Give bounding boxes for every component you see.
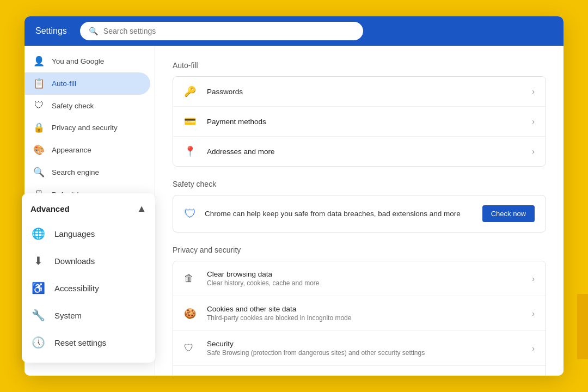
reset-icon: 🕔 xyxy=(32,336,45,349)
safety-text: Chrome can help keep you safe from data … xyxy=(205,210,474,218)
header-title: Settings xyxy=(35,26,67,36)
privacy-card: 🗑 Clear browsing data Clear history, coo… xyxy=(173,261,546,376)
advanced-item-languages[interactable]: 🌐 Languages xyxy=(22,220,155,247)
site-settings-title: Site settings xyxy=(207,375,532,376)
header: Settings 🔍 xyxy=(24,16,564,46)
payment-methods-label: Payment methods xyxy=(207,118,532,126)
credit-card-icon: 💳 xyxy=(184,115,199,127)
security-sub: Safe Browsing (protection from dangerous… xyxy=(207,349,532,357)
download-icon: ⬇ xyxy=(32,254,45,267)
accessibility-icon: ♿ xyxy=(32,281,45,295)
cookies-row[interactable]: 🍪 Cookies and other site data Third-part… xyxy=(173,296,546,331)
search-icon: 🔍 xyxy=(89,27,98,35)
autofill-section-title: Auto-fill xyxy=(173,61,546,70)
chevron-right-icon: › xyxy=(532,117,535,126)
lock-icon: 🔒 xyxy=(33,122,44,133)
advanced-item-reset[interactable]: 🕔 Reset settings xyxy=(22,329,155,356)
passwords-label: Passwords xyxy=(207,88,532,96)
sidebar-label-privacy-security: Privacy and security xyxy=(52,124,118,132)
sidebar-label-search-engine: Search engine xyxy=(52,168,99,176)
wrench-icon: 🔧 xyxy=(32,309,45,322)
advanced-item-downloads[interactable]: ⬇ Downloads xyxy=(22,247,155,274)
cookies-sub: Third-party cookies are blocked in Incog… xyxy=(207,314,532,322)
advanced-label-languages: Languages xyxy=(54,229,95,238)
person-icon: 👤 xyxy=(33,56,44,67)
sidebar-label-you-and-google: You and Google xyxy=(52,57,104,65)
advanced-header[interactable]: Advanced ▲ xyxy=(22,200,155,220)
clear-browsing-row[interactable]: 🗑 Clear browsing data Clear history, coo… xyxy=(173,261,546,296)
chevron-up-icon: ▲ xyxy=(137,203,146,215)
advanced-label-reset: Reset settings xyxy=(54,338,106,347)
clear-browsing-sub: Clear history, cookies, cache and more xyxy=(207,279,532,287)
bg-accent-right xyxy=(577,294,588,359)
sidebar-label-appearance: Appearance xyxy=(52,146,91,154)
key-icon: 🔑 xyxy=(184,85,199,97)
check-now-button[interactable]: Check now xyxy=(482,205,535,222)
sidebar-item-safety-check[interactable]: 🛡 Safety check xyxy=(24,95,150,117)
shield-icon: 🛡 xyxy=(33,100,44,111)
sidebar-item-search-engine[interactable]: 🔍 Search engine xyxy=(24,161,150,183)
cookies-icon: 🍪 xyxy=(184,308,199,320)
palette-icon: 🎨 xyxy=(33,144,44,156)
site-settings-row[interactable]: ⚙ Site settings Controls what informatio… xyxy=(173,366,546,376)
sidebar-item-you-and-google[interactable]: 👤 You and Google xyxy=(24,50,150,72)
sidebar-label-safety-check: Safety check xyxy=(52,102,94,110)
chevron-right-icon: › xyxy=(532,147,535,156)
globe-icon: 🌐 xyxy=(32,227,45,240)
advanced-label-system: System xyxy=(54,311,82,320)
sidebar-item-appearance[interactable]: 🎨 Appearance xyxy=(24,139,150,161)
safety-section-title: Safety check xyxy=(173,180,546,188)
passwords-row[interactable]: 🔑 Passwords › xyxy=(173,77,546,107)
safety-shield-icon: 🛡 xyxy=(184,207,196,221)
advanced-item-accessibility[interactable]: ♿ Accessibility xyxy=(22,274,155,302)
advanced-label-downloads: Downloads xyxy=(54,256,95,266)
pin-icon: 📍 xyxy=(184,145,199,157)
sidebar-label-auto-fill: Auto-fill xyxy=(52,79,76,88)
advanced-label: Advanced xyxy=(30,204,70,213)
security-row[interactable]: 🛡 Security Safe Browsing (protection fro… xyxy=(173,331,546,366)
autofill-card: 🔑 Passwords › 💳 Payment methods › 📍 xyxy=(173,76,546,167)
trash-icon: 🗑 xyxy=(184,273,199,284)
main-content: Auto-fill 🔑 Passwords › 💳 Payment method… xyxy=(155,46,564,376)
addresses-label: Addresses and more xyxy=(207,148,532,156)
advanced-section: Advanced ▲ 🌐 Languages ⬇ Downloads ♿ Acc… xyxy=(22,193,155,363)
security-title: Security xyxy=(207,340,532,348)
magnify-icon: 🔍 xyxy=(33,167,44,178)
chevron-right-icon: › xyxy=(532,87,535,96)
sidebar-item-privacy-security[interactable]: 🔒 Privacy and security xyxy=(24,117,150,139)
search-input[interactable] xyxy=(103,27,354,35)
advanced-label-accessibility: Accessibility xyxy=(54,284,99,293)
privacy-section-title: Privacy and security xyxy=(173,246,546,254)
autofill-icon: 📋 xyxy=(33,78,44,89)
advanced-item-system[interactable]: 🔧 System xyxy=(22,302,155,329)
clear-browsing-title: Clear browsing data xyxy=(207,270,532,278)
chevron-right-icon: › xyxy=(532,344,535,353)
payment-methods-row[interactable]: 💳 Payment methods › xyxy=(173,107,546,137)
search-bar[interactable]: 🔍 xyxy=(80,22,363,40)
addresses-row[interactable]: 📍 Addresses and more › xyxy=(173,137,546,166)
security-icon: 🛡 xyxy=(184,342,199,354)
chevron-right-icon: › xyxy=(532,309,535,318)
chevron-right-icon: › xyxy=(532,274,535,283)
sidebar-item-auto-fill[interactable]: 📋 Auto-fill xyxy=(24,72,150,95)
safety-check-card: 🛡 Chrome can help keep you safe from dat… xyxy=(173,195,546,232)
cookies-title: Cookies and other site data xyxy=(207,305,532,313)
